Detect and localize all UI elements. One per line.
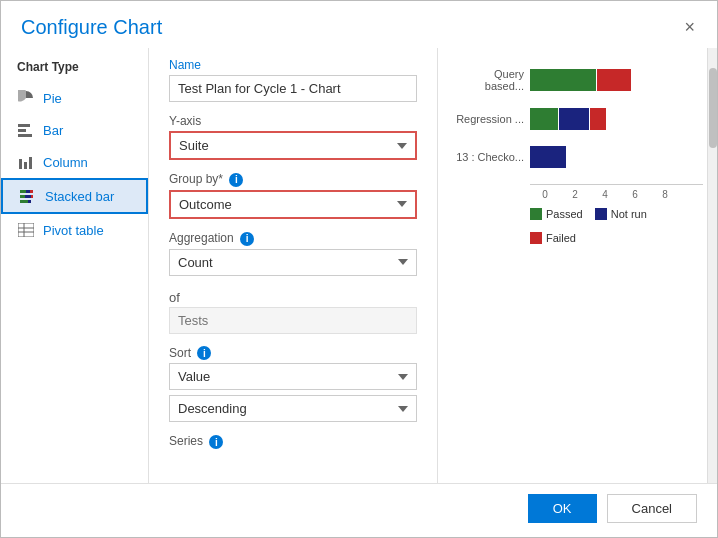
sort-label: Sort i <box>169 346 417 361</box>
groupby-info-icon[interactable]: i <box>229 173 243 187</box>
sort-value-select[interactable]: Value <box>169 363 417 390</box>
sidebar-stacked-bar-label: Stacked bar <box>45 189 114 204</box>
yaxis-section: Y-axis Suite <box>169 114 417 160</box>
bar-passed-2 <box>530 108 558 130</box>
tests-input <box>169 307 417 334</box>
stacked-bar-icon <box>19 187 37 205</box>
scrollbar[interactable] <box>707 48 717 483</box>
sidebar-item-bar[interactable]: Bar <box>1 114 148 146</box>
chart-type-label: Chart Type <box>1 56 148 82</box>
name-label: Name <box>169 58 417 72</box>
svg-rect-9 <box>20 195 25 198</box>
legend-notrun-dot <box>595 208 607 220</box>
scrollbar-thumb[interactable] <box>709 68 717 148</box>
legend-failed-dot <box>530 232 542 244</box>
dialog-header: Configure Chart × <box>1 1 717 48</box>
bar-passed-1 <box>530 69 596 91</box>
chart-row-3: 13 : Checko... <box>452 146 703 168</box>
legend-passed-label: Passed <box>546 208 583 220</box>
chart-row-2-bars <box>530 108 606 130</box>
sidebar-item-stacked-bar[interactable]: Stacked bar <box>1 178 148 214</box>
aggregation-select[interactable]: Count <box>169 249 417 276</box>
sidebar-item-pivot-table[interactable]: Pivot table <box>1 214 148 246</box>
sidebar-bar-label: Bar <box>43 123 63 138</box>
ok-button[interactable]: OK <box>528 494 597 523</box>
svg-rect-3 <box>19 159 22 169</box>
yaxis-select-wrapper: Suite <box>169 131 417 160</box>
svg-rect-10 <box>25 195 31 198</box>
svg-rect-2 <box>18 134 32 137</box>
groupby-select[interactable]: Outcome <box>169 190 417 219</box>
name-section: Name <box>169 58 417 102</box>
bar-chart-icon <box>17 121 35 139</box>
sort-order-select[interactable]: Descending <box>169 395 417 422</box>
chart-row-1: Query based... <box>452 68 703 92</box>
chart-row-3-bars <box>530 146 566 168</box>
of-section: of <box>169 288 417 334</box>
sidebar-pie-label: Pie <box>43 91 62 106</box>
yaxis-select[interactable]: Suite <box>169 131 417 160</box>
bar-chart: Query based... Regression ... <box>452 58 703 244</box>
cancel-button[interactable]: Cancel <box>607 494 697 523</box>
svg-rect-4 <box>24 162 27 169</box>
x-tick-8: 8 <box>650 189 680 200</box>
chart-row-2-label: Regression ... <box>452 113 524 125</box>
x-tick-6: 6 <box>620 189 650 200</box>
dialog-title: Configure Chart <box>21 16 162 39</box>
main-form: Name Y-axis Suite Group by* i <box>149 48 437 483</box>
name-input[interactable] <box>169 75 417 102</box>
legend-notrun: Not run <box>595 208 647 220</box>
svg-rect-12 <box>20 200 28 203</box>
series-label: Series i <box>169 434 417 449</box>
chart-row-2: Regression ... <box>452 108 703 130</box>
pivot-table-icon <box>17 221 35 239</box>
legend-notrun-label: Not run <box>611 208 647 220</box>
chart-row-3-label: 13 : Checko... <box>452 151 524 163</box>
aggregation-select-wrapper: Count <box>169 249 417 276</box>
svg-rect-1 <box>18 129 26 132</box>
aggregation-info-icon[interactable]: i <box>240 232 254 246</box>
x-tick-0: 0 <box>530 189 560 200</box>
sidebar-item-pie[interactable]: Pie <box>1 82 148 114</box>
sort-info-icon[interactable]: i <box>197 346 211 360</box>
yaxis-label: Y-axis <box>169 114 417 128</box>
legend-failed-label: Failed <box>546 232 576 244</box>
svg-rect-7 <box>26 190 30 193</box>
groupby-select-wrapper: Outcome <box>169 190 417 219</box>
series-section: Series i <box>169 434 417 452</box>
svg-rect-5 <box>29 157 32 169</box>
bar-notrun-3 <box>530 146 566 168</box>
bar-failed-2 <box>590 108 606 130</box>
x-tick-2: 2 <box>560 189 590 200</box>
sort-value-select-wrapper: Value <box>169 363 417 390</box>
bar-notrun-2 <box>559 108 589 130</box>
series-info-icon[interactable]: i <box>209 435 223 449</box>
legend-passed-dot <box>530 208 542 220</box>
close-button[interactable]: × <box>678 15 701 40</box>
sidebar-pivot-label: Pivot table <box>43 223 104 238</box>
dialog-footer: OK Cancel <box>1 483 717 537</box>
pie-chart-icon <box>17 89 35 107</box>
svg-rect-0 <box>18 124 30 127</box>
sidebar-item-column[interactable]: Column <box>1 146 148 178</box>
chart-preview-panel: Query based... Regression ... <box>437 48 717 483</box>
of-label: of <box>169 290 417 305</box>
x-tick-4: 4 <box>590 189 620 200</box>
dialog-body: Chart Type Pie <box>1 48 717 483</box>
sort-section: Sort i Value Descending <box>169 346 417 423</box>
svg-rect-14 <box>18 223 34 237</box>
chart-legend: Passed Not run Failed <box>530 208 703 244</box>
column-chart-icon <box>17 153 35 171</box>
bar-failed-1 <box>597 69 631 91</box>
chart-type-sidebar: Chart Type Pie <box>1 48 149 483</box>
chart-row-1-bars <box>530 69 631 91</box>
aggregation-section: Aggregation i Count <box>169 231 417 276</box>
aggregation-label: Aggregation i <box>169 231 417 246</box>
groupby-section: Group by* i Outcome <box>169 172 417 219</box>
sidebar-column-label: Column <box>43 155 88 170</box>
x-axis: 0 2 4 6 8 <box>530 189 703 200</box>
groupby-label: Group by* i <box>169 172 417 187</box>
sort-order-select-wrapper: Descending <box>169 395 417 422</box>
svg-rect-11 <box>31 195 33 198</box>
chart-row-1-label: Query based... <box>452 68 524 92</box>
